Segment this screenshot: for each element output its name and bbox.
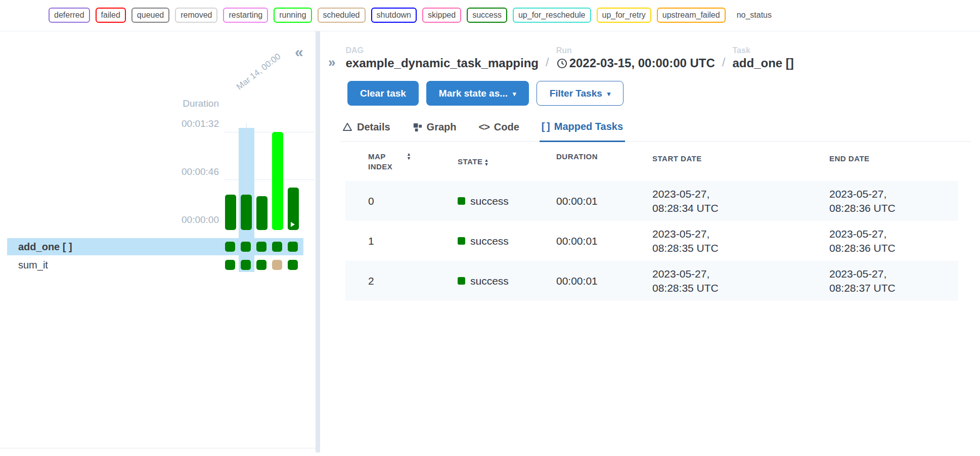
column-header-end-date: END DATE	[804, 152, 958, 172]
cell-end-date: 2023-05-27, 08:28:36 UTC	[804, 187, 958, 215]
task-instance-square[interactable]	[288, 242, 298, 252]
task-instance-square[interactable]	[225, 260, 235, 270]
status-legend: deferredfailedqueuedremovedrestartingrun…	[0, 0, 980, 31]
status-badge-shutdown: shutdown	[371, 8, 417, 23]
graph-icon	[413, 122, 422, 132]
breadcrumb-task-label: Task	[733, 45, 794, 55]
panel-bottom-border	[0, 448, 316, 448]
brackets-icon: [ ]	[542, 121, 550, 132]
column-label: DURATION	[556, 152, 598, 162]
duration-chart-bars	[225, 132, 299, 230]
filter-tasks-label: Filter Tasks	[550, 88, 602, 99]
tab-label: Mapped Tasks	[554, 121, 623, 132]
column-header-duration: DURATION	[533, 152, 630, 172]
column-label: START DATE	[652, 152, 702, 166]
status-badge-queued: queued	[131, 8, 169, 23]
main-area: « Duration Mar 14, 00:00 00:01:32 00:00:…	[0, 31, 980, 452]
tab-label: Graph	[427, 121, 457, 133]
task-instance-square[interactable]	[256, 260, 266, 270]
details-triangle-icon	[342, 122, 352, 132]
cell-map-index: 2	[345, 275, 440, 287]
airflow-grid-page: deferredfailedqueuedremovedrestartingrun…	[0, 0, 980, 456]
mark-state-label: Mark state as...	[439, 88, 508, 99]
cell-state: success	[440, 275, 533, 287]
code-icon: <>	[479, 121, 489, 133]
state-label: success	[470, 235, 509, 247]
run-bar-2[interactable]	[256, 196, 268, 230]
mapped-tasks-rows: 0success00:00:012023-05-27, 08:28:34 UTC…	[345, 181, 958, 301]
status-badge-removed: removed	[175, 8, 217, 23]
task-name: add_one [ ]	[18, 241, 72, 252]
task-instance-square[interactable]	[241, 242, 251, 252]
task-instance-square[interactable]	[225, 242, 235, 252]
breadcrumb-run-value[interactable]: 2022-03-15, 00:00:00 UTC	[556, 55, 715, 71]
mapped-task-row[interactable]: 2success00:00:012023-05-27, 08:28:35 UTC…	[345, 261, 958, 301]
details-panel: » DAG example_dynamic_task_mapping / Run…	[320, 31, 980, 452]
breadcrumb-run-label: Run	[556, 45, 715, 55]
cell-start-date: 2023-05-27, 08:28:35 UTC	[630, 227, 804, 255]
mapped-task-row[interactable]: 0success00:00:012023-05-27, 08:28:34 UTC…	[345, 181, 958, 221]
caret-down-icon: ▾	[513, 90, 516, 98]
mark-state-as-button[interactable]: Mark state as... ▾	[426, 81, 529, 106]
mapped-tasks-header: MAP INDEX ▲▼ STATE ▲▼ DURATION START DAT…	[345, 142, 958, 181]
status-badge-up_for_retry: up_for_retry	[597, 8, 651, 23]
status-badge-up_for_reschedule: up_for_reschedule	[513, 8, 591, 23]
status-badge-skipped: skipped	[422, 8, 461, 23]
breadcrumb-dag-label: DAG	[345, 45, 539, 55]
y-axis-tick: 00:00:46	[158, 166, 219, 177]
status-badge-scheduled: scheduled	[318, 8, 366, 23]
clock-icon	[556, 58, 568, 69]
clear-task-button[interactable]: Clear task	[347, 81, 419, 106]
run-date-axis-label: Mar 14, 00:00	[234, 51, 283, 93]
panel-resize-handle[interactable]	[316, 31, 320, 452]
task-instance-squares-0	[225, 242, 298, 252]
cell-duration: 00:00:01	[533, 195, 630, 207]
state-square-icon	[458, 237, 465, 245]
mapped-task-row[interactable]: 1success00:00:012023-05-27, 08:28:35 UTC…	[345, 221, 958, 261]
cell-duration: 00:00:01	[533, 275, 630, 287]
status-badge-restarting: restarting	[223, 8, 268, 23]
tab-label: Details	[357, 121, 390, 133]
breadcrumb-task-value[interactable]: add_one []	[733, 55, 794, 71]
grid-panel: « Duration Mar 14, 00:00 00:01:32 00:00:…	[0, 31, 316, 452]
tab-graph[interactable]: Graph	[411, 121, 459, 141]
state-label: success	[470, 195, 509, 207]
column-label: END DATE	[829, 152, 870, 166]
cell-map-index: 0	[345, 195, 440, 207]
tab-details[interactable]: Details	[340, 121, 392, 141]
cell-start-date: 2023-05-27, 08:28:34 UTC	[630, 187, 804, 215]
filter-tasks-button[interactable]: Filter Tasks ▾	[537, 81, 624, 106]
column-header-start-date: START DATE	[630, 152, 804, 172]
state-label: success	[470, 275, 509, 287]
cell-end-date: 2023-05-27, 08:28:36 UTC	[804, 227, 958, 255]
column-header-map-index[interactable]: MAP INDEX ▲▼	[345, 152, 440, 172]
run-bar-1[interactable]	[241, 195, 252, 230]
task-instance-square[interactable]	[272, 242, 282, 252]
duration-axis-title: Duration	[183, 98, 219, 109]
collapse-panel-icon[interactable]: «	[295, 44, 303, 60]
expand-panel-icon[interactable]: »	[328, 56, 335, 69]
breadcrumb-dag-value[interactable]: example_dynamic_task_mapping	[345, 55, 539, 71]
state-square-icon	[458, 197, 465, 205]
tab-mapped-tasks[interactable]: [ ] Mapped Tasks	[540, 121, 625, 142]
tab-label: Code	[494, 121, 519, 133]
manual-run-play-triangle-icon	[291, 222, 295, 227]
column-label: MAP INDEX	[368, 152, 400, 172]
cell-start-date: 2023-05-27, 08:28:35 UTC	[630, 267, 804, 295]
task-instance-square[interactable]	[256, 242, 266, 252]
cell-map-index: 1	[345, 235, 440, 247]
run-bar-0[interactable]	[225, 195, 236, 230]
status-badge-deferred: deferred	[49, 8, 90, 23]
task-instance-square[interactable]	[272, 260, 282, 270]
status-badge-no_status: no_status	[731, 8, 777, 23]
task-instance-square[interactable]	[241, 260, 251, 270]
run-bar-3[interactable]	[272, 132, 283, 230]
column-label: STATE	[458, 157, 482, 167]
sort-icon: ▲▼	[484, 158, 488, 166]
run-bar-4[interactable]	[288, 188, 299, 230]
breadcrumb-separator: /	[722, 55, 726, 69]
task-instance-square[interactable]	[288, 260, 298, 270]
column-header-state[interactable]: STATE ▲▼	[440, 152, 533, 172]
tab-code[interactable]: <> Code	[477, 121, 521, 141]
tab-bar: Details Graph <> Code [ ] Mapped Tasks	[340, 121, 971, 142]
